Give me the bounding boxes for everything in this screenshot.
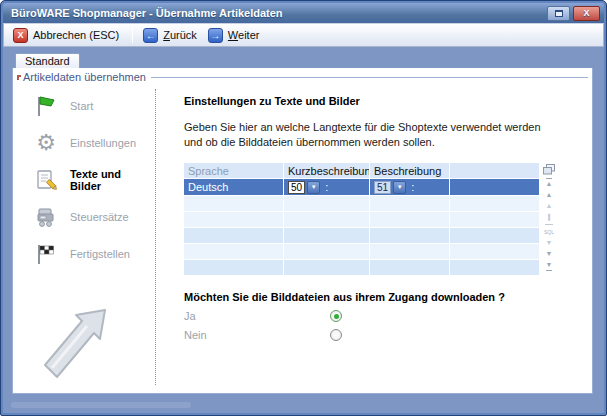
groupbox-artikeldaten: Artikeldaten übernehmen Start (12, 68, 593, 394)
content-area: Standard Artikeldaten übernehmen (3, 47, 604, 413)
legend-line (151, 77, 588, 78)
close-icon: X (583, 8, 589, 18)
application-window: BüroWARE Shopmanager - Übernahme Artikel… (0, 0, 607, 416)
gear-icon: ⚙ (33, 130, 59, 155)
radio-ja[interactable] (330, 310, 342, 322)
sidebar-item-steuersaetze[interactable]: Steuersätze (33, 204, 155, 229)
page-title: Einstellungen zu Texte und Bilder (184, 95, 586, 107)
sidebar-item-texte-und-bilder[interactable]: Texte und Bilder (33, 167, 155, 192)
next-label: Weiter (228, 29, 260, 41)
back-label: Zurück (163, 29, 197, 41)
grid-toolbar-divider (545, 224, 553, 225)
colon-text: : (325, 181, 328, 193)
sidebar-item-label: Start (70, 100, 93, 112)
table-header-row: Sprache Kurzbeschreibung Beschreibung (184, 163, 540, 179)
copy-icon[interactable] (543, 164, 555, 175)
scroll-bottom-button[interactable]: ▼ (546, 261, 553, 271)
table-row-empty[interactable] (184, 212, 540, 228)
page-description-line1: Geben Sie hier an welche Langtexte für d… (184, 120, 586, 135)
close-button[interactable]: X (573, 6, 600, 21)
page-description-line2: und ob die Bilddateien übernommen werden… (184, 135, 586, 150)
table-row-empty[interactable] (184, 196, 540, 212)
move-down-button[interactable]: ▼ (546, 250, 553, 258)
page-up-button[interactable]: ▲ (546, 202, 553, 210)
document-pencil-icon (33, 167, 59, 192)
radio-nein[interactable] (330, 329, 342, 341)
table-row-deutsch[interactable]: Deutsch 50 ▼ : 51 ▼ : (184, 179, 540, 196)
cell-beschreibung: 51 ▼ : (370, 179, 450, 195)
cancel-label: Abbrechen (ESC) (33, 29, 119, 41)
columns-icon[interactable]: ∥ (547, 213, 551, 221)
back-button[interactable]: ← Zurück (140, 26, 203, 45)
wizard-sidebar: Start ⚙ Einstellungen (13, 83, 155, 393)
back-arrow-icon: ← (143, 28, 158, 43)
sidebar-item-start[interactable]: Start (33, 93, 155, 118)
colon-text: : (411, 181, 414, 193)
page-down-button[interactable]: ▼ (546, 239, 553, 247)
beschreibung-value-field[interactable]: 51 (374, 181, 391, 194)
cell-kurzbeschreibung: 50 ▼ : (284, 179, 370, 195)
window-title: BüroWARE Shopmanager - Übernahme Artikel… (11, 7, 544, 19)
column-header-empty (450, 163, 540, 178)
table-row-empty[interactable] (184, 260, 540, 276)
move-up-button[interactable]: ▲ (546, 191, 553, 199)
next-arrow-icon: → (208, 28, 223, 43)
statusbar-watermark (11, 402, 191, 408)
next-button[interactable]: → Weiter (205, 26, 266, 45)
sql-button[interactable]: SQL (544, 228, 554, 236)
table-row-empty[interactable] (184, 244, 540, 260)
download-question: Möchten Sie die Bilddateien aus ihrem Zu… (184, 291, 586, 303)
green-flag-icon (33, 93, 59, 118)
restore-icon (555, 10, 563, 17)
toolbar-separator (132, 27, 133, 43)
wizard-page: Einstellungen zu Texte und Bilder Geben … (156, 83, 592, 393)
cash-register-icon (33, 204, 59, 229)
kurzbeschreibung-value-field[interactable]: 50 (288, 181, 305, 194)
kurzbeschreibung-dropdown-button[interactable]: ▼ (307, 181, 320, 194)
table-row-empty[interactable] (184, 228, 540, 244)
column-header-beschreibung[interactable]: Beschreibung (370, 163, 450, 178)
column-header-kurzbeschreibung[interactable]: Kurzbeschreibung (284, 163, 370, 178)
checkered-flag-icon (33, 241, 59, 266)
option-label-nein: Nein (184, 329, 330, 341)
tab-bar: Standard (12, 51, 593, 68)
restore-button[interactable] (547, 6, 570, 21)
cancel-button[interactable]: X Abbrechen (ESC) (10, 26, 125, 45)
sidebar-item-label: Texte und Bilder (70, 168, 155, 192)
scroll-top-button[interactable]: ▲ (546, 178, 553, 188)
sidebar-item-label: Steuersätze (70, 211, 129, 223)
cell-empty (450, 179, 540, 195)
groupbox-legend: Artikeldaten übernehmen (13, 68, 592, 83)
decorative-arrow-graphic (39, 299, 155, 385)
option-row-nein: Nein (184, 329, 586, 341)
column-header-sprache[interactable]: Sprache (184, 163, 284, 178)
grid-toolbar: ▲ ▲ ▲ ∥ SQL ▼ ▼ ▼ (540, 163, 558, 276)
language-table: Sprache Kurzbeschreibung Beschreibung De… (184, 163, 540, 276)
titlebar[interactable]: BüroWARE Shopmanager - Übernahme Artikel… (3, 3, 604, 23)
cancel-x-icon: X (13, 28, 28, 43)
legend-tick-icon (17, 75, 21, 80)
option-label-ja: Ja (184, 310, 330, 322)
tab-standard[interactable]: Standard (15, 53, 80, 68)
toolbar: X Abbrechen (ESC) ← Zurück → Weiter (3, 23, 604, 47)
sidebar-item-fertigstellen[interactable]: Fertigstellen (33, 241, 155, 266)
sidebar-item-einstellungen[interactable]: ⚙ Einstellungen (33, 130, 155, 155)
beschreibung-dropdown-button[interactable]: ▼ (393, 181, 406, 194)
cell-sprache: Deutsch (184, 179, 284, 195)
option-row-ja: Ja (184, 310, 586, 322)
sidebar-item-label: Fertigstellen (70, 248, 130, 260)
sidebar-item-label: Einstellungen (70, 137, 136, 149)
groupbox-label: Artikeldaten übernehmen (23, 71, 146, 83)
